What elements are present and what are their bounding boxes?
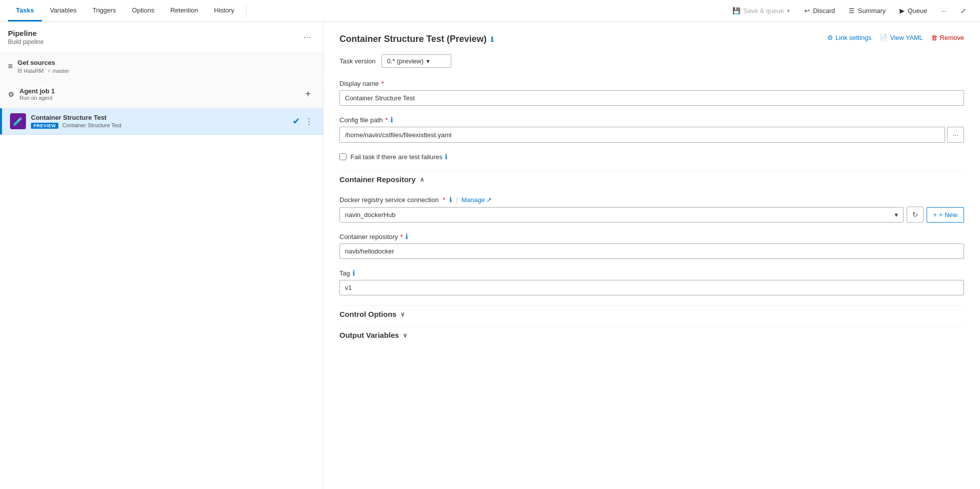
branch-name: master	[52, 68, 69, 74]
task-item[interactable]: 🧪 Container Structure Test PREVIEW Conta…	[0, 108, 323, 135]
link-icon: ⚙	[827, 34, 833, 41]
repo-icon: ⊟	[17, 67, 22, 74]
discard-button[interactable]: ↩ Discard	[798, 4, 841, 17]
fail-task-checkbox[interactable]	[339, 153, 346, 160]
get-sources-item[interactable]: ≡ Get sources ⊟ HalaRM ⑂ master	[0, 53, 323, 80]
expand-icon: ⤢	[961, 7, 966, 14]
queue-button[interactable]: ▶ Queue	[894, 4, 933, 17]
title-info-icon[interactable]: ℹ	[491, 35, 493, 43]
required-star: *	[381, 80, 384, 87]
control-options-expand-icon: ∨	[400, 311, 405, 318]
top-navigation: Tasks Variables Triggers Options Retenti…	[0, 0, 980, 22]
save-icon: 💾	[732, 7, 740, 14]
config-required-star: *	[385, 116, 388, 124]
agent-job-header: ⚙ Agent job 1 Run on agent +	[0, 80, 323, 108]
pipeline-more-button[interactable]: ···	[300, 30, 315, 44]
link-settings-button[interactable]: ⚙ Link settings	[827, 34, 872, 41]
tab-triggers[interactable]: Triggers	[84, 0, 124, 21]
control-options-section-header[interactable]: Control Options ∨	[339, 305, 964, 322]
summary-button[interactable]: ☰ Summary	[843, 4, 892, 17]
nav-actions: 💾 Save & queue ▾ ↩ Discard ☰ Summary ▶ Q…	[726, 4, 972, 17]
fail-task-info-icon[interactable]: ℹ	[445, 153, 447, 161]
display-name-section: Display name *	[339, 80, 964, 106]
task-name: Container Structure Test	[31, 114, 288, 121]
version-value: 0.* (preview)	[387, 57, 423, 65]
config-file-path-input[interactable]	[339, 127, 945, 143]
branch-icon: ⑂	[47, 68, 51, 74]
fail-task-row: Fail task if there are test failures ℹ	[339, 153, 964, 161]
tab-variables[interactable]: Variables	[42, 0, 84, 21]
pipeline-subtitle: Build pipeline	[8, 38, 43, 45]
refresh-button[interactable]: ↻	[907, 207, 924, 223]
external-link-icon: ↗	[486, 196, 492, 204]
play-icon: ▶	[900, 7, 905, 14]
nav-divider	[246, 5, 247, 17]
config-file-path-label: Config file path * ℹ	[339, 116, 964, 124]
docker-registry-select[interactable]: navin_dockerHub ▾	[339, 207, 904, 223]
tag-input[interactable]	[339, 280, 964, 295]
task-icon-container: 🧪	[10, 113, 26, 129]
yaml-icon: 📄	[880, 34, 888, 41]
new-connection-button[interactable]: + + New	[927, 207, 964, 223]
task-detail-actions: ⚙ Link settings 📄 View YAML 🗑 Remove	[827, 34, 964, 41]
container-repo-collapse-icon: ∧	[420, 176, 424, 183]
display-name-label: Display name *	[339, 80, 964, 87]
flask-icon: 🧪	[13, 117, 23, 126]
get-sources-meta: ⊟ HalaRM ⑂ master	[17, 67, 69, 74]
output-variables-section-header[interactable]: Output Variables ∨	[339, 326, 964, 343]
task-version-label: Task version	[339, 57, 375, 65]
container-repo-required-star: *	[400, 233, 403, 241]
pipeline-title: Pipeline	[8, 29, 43, 37]
task-detail-header: Container Structure Test (Preview) ℹ ⚙ L…	[339, 34, 964, 44]
container-repo-info-icon[interactable]: ℹ	[405, 233, 408, 241]
task-more-button[interactable]: ⋮	[303, 115, 315, 128]
dropdown-arrow-icon: ▾	[787, 7, 790, 14]
agent-icon: ⚙	[8, 90, 14, 98]
display-name-input[interactable]	[339, 90, 964, 106]
expand-button[interactable]: ⤢	[955, 4, 972, 17]
docker-registry-label-row: Docker registry service connection * ℹ |…	[339, 196, 964, 204]
left-panel: Pipeline Build pipeline ··· ≡ Get source…	[0, 22, 324, 489]
docker-registry-info-icon[interactable]: ℹ	[449, 196, 452, 204]
task-detail-title: Container Structure Test (Preview) ℹ	[339, 34, 493, 44]
config-file-browse-button[interactable]: ···	[947, 127, 964, 143]
plus-icon: +	[933, 211, 937, 219]
docker-registry-section: Docker registry service connection * ℹ |…	[339, 196, 964, 223]
select-chevron-icon: ▾	[895, 211, 898, 219]
tag-section: Tag ℹ	[339, 269, 964, 295]
tag-label: Tag ℹ	[339, 269, 964, 277]
repo-name: HalaRM	[23, 68, 43, 74]
tab-options[interactable]: Options	[124, 0, 162, 21]
tab-retention[interactable]: Retention	[162, 0, 206, 21]
agent-job-sub: Run on agent	[19, 95, 55, 101]
docker-required-star: *	[443, 196, 445, 204]
task-check-icon: ✔	[293, 116, 300, 127]
remove-icon: 🗑	[931, 34, 938, 41]
output-variables-expand-icon: ∨	[403, 332, 407, 339]
more-options-button[interactable]: ···	[935, 4, 953, 17]
config-file-input-row: ···	[339, 127, 964, 143]
manage-link[interactable]: Manage ↗	[461, 196, 492, 204]
remove-button[interactable]: 🗑 Remove	[931, 34, 964, 41]
save-queue-button[interactable]: 💾 Save & queue ▾	[726, 4, 797, 17]
summary-icon: ☰	[849, 7, 855, 14]
view-yaml-button[interactable]: 📄 View YAML	[880, 34, 923, 41]
docker-registry-label: Docker registry service connection	[339, 196, 439, 204]
container-repo-input[interactable]	[339, 244, 964, 259]
container-repo-field-section: Container repository * ℹ	[339, 233, 964, 259]
tag-info-icon[interactable]: ℹ	[352, 269, 355, 277]
agent-job-name: Agent job 1	[19, 87, 55, 95]
container-repository-section-header[interactable]: Container Repository ∧	[339, 171, 964, 188]
preview-badge: PREVIEW	[31, 123, 58, 129]
version-select[interactable]: 0.* (preview) ▾	[381, 54, 451, 68]
discard-icon: ↩	[804, 7, 810, 14]
config-info-icon[interactable]: ℹ	[390, 116, 393, 124]
tab-tasks[interactable]: Tasks	[8, 0, 42, 21]
pipeline-info: Pipeline Build pipeline	[8, 29, 43, 45]
task-sub: Container Structure Test	[62, 122, 121, 128]
get-sources-label: Get sources	[17, 59, 69, 66]
more-icon: ···	[941, 7, 947, 14]
main-content: Pipeline Build pipeline ··· ≡ Get source…	[0, 22, 980, 489]
tab-history[interactable]: History	[206, 0, 242, 21]
add-task-button[interactable]: +	[301, 86, 315, 102]
